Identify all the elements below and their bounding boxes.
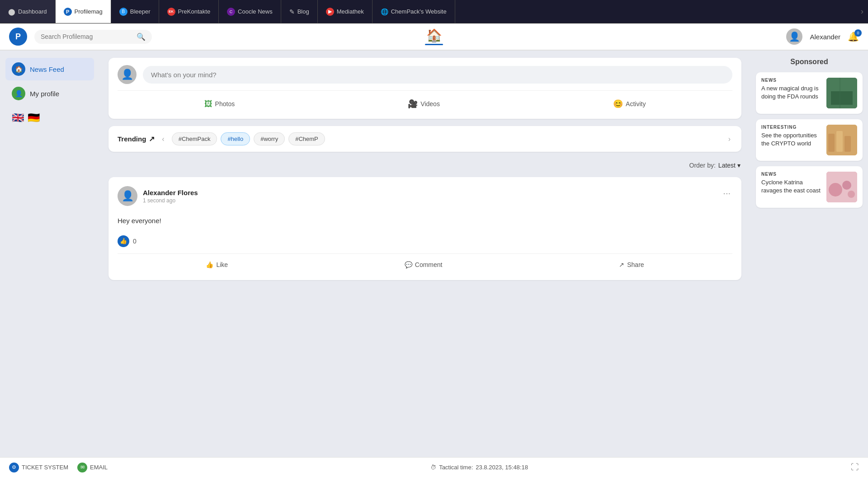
sponsored-category-1: INTERESTING	[761, 125, 822, 130]
composer-photos-button[interactable]: 🖼 Photos	[199, 96, 241, 112]
trending-tag-3[interactable]: #ChemP	[288, 132, 325, 145]
composer-activity-label: Activity	[626, 100, 646, 108]
search-input[interactable]	[41, 33, 133, 40]
nav-item-blog[interactable]: ✎ Blog	[281, 0, 318, 23]
post-menu-button[interactable]: ···	[721, 186, 732, 200]
trending-bar: Trending ↗ ‹ #ChemPack #hello #worry #Ch…	[108, 126, 741, 152]
nav-label-bleeper: Bleeper	[130, 8, 151, 15]
sponsored-image-1	[826, 125, 857, 155]
bleeper-icon: B	[119, 8, 127, 16]
header-right: 👤 Alexander 🔔 0	[786, 28, 859, 45]
search-icon: 🔍	[137, 33, 146, 41]
nav-item-profilemag[interactable]: P Profilemag	[56, 0, 111, 23]
share-label: Share	[627, 261, 644, 268]
like-label: Like	[216, 261, 228, 268]
activity-icon: 😊	[613, 99, 623, 109]
sponsored-image-0	[826, 78, 857, 108]
top-navigation: ⬤ Dashboard P Profilemag B Bleeper EK Pr…	[0, 0, 868, 23]
trending-tag-0[interactable]: #ChemPack	[172, 132, 217, 145]
comment-icon: 💬	[405, 261, 412, 268]
blog-icon: ✎	[289, 8, 295, 15]
trending-tag-2[interactable]: #worry	[254, 132, 285, 145]
chempack-icon: 🌐	[381, 8, 388, 15]
home-underline	[425, 44, 443, 45]
trending-next-button[interactable]: ›	[726, 133, 732, 145]
svg-rect-1	[831, 91, 853, 105]
coocle-icon: C	[227, 8, 235, 16]
composer-photos-label: Photos	[215, 100, 235, 108]
composer-videos-label: Videos	[420, 100, 440, 108]
nav-item-mediathek[interactable]: ▶ Mediathek	[318, 0, 373, 23]
app-logo: P	[9, 28, 27, 46]
tactical-time-display: ⏱ Tactical time: 23.8.2023, 15:48:18	[108, 464, 851, 471]
post-timestamp: 1 second ago	[143, 197, 198, 204]
prekontakte-icon: EK	[167, 8, 175, 16]
nav-item-bleeper[interactable]: B Bleeper	[111, 0, 159, 23]
nav-item-prekontakte[interactable]: EK PreKontakte	[159, 0, 219, 23]
sidebar: 🏠 News Feed 👤 My profile 🇬🇧 🇩🇪	[0, 51, 99, 457]
sponsored-category-2: NEWS	[761, 172, 822, 177]
like-thumb-icon: 👍	[118, 235, 129, 247]
composer-avatar: 👤	[118, 65, 137, 84]
comment-button[interactable]: 💬 Comment	[397, 258, 450, 271]
sponsored-desc-1: See the opportunities the CRYPTO world	[761, 131, 822, 148]
trending-prev-button[interactable]: ‹	[160, 133, 166, 145]
username-label: Alexander	[810, 33, 840, 41]
notifications-bell[interactable]: 🔔 0	[848, 31, 859, 42]
nav-item-dashboard[interactable]: ⬤ Dashboard	[0, 0, 56, 23]
bell-badge: 0	[854, 29, 862, 37]
email-label: EMAIL	[90, 464, 108, 471]
dashboard-icon: ⬤	[8, 8, 15, 15]
nav-label-prekontakte: PreKontakte	[178, 8, 211, 15]
trending-tags: #ChemPack #hello #worry #ChemP	[172, 132, 721, 145]
post-author-info: 👤 Alexander Flores 1 second ago	[118, 186, 198, 206]
nav-label-chempack: ChemPack's Website	[391, 8, 447, 15]
composer-videos-button[interactable]: 🎥 Videos	[402, 96, 445, 112]
email-icon: ✉	[77, 463, 87, 472]
like-button[interactable]: 👍 Like	[198, 258, 235, 271]
avatar[interactable]: 👤	[786, 28, 802, 45]
clock-icon: ⏱	[430, 464, 436, 471]
svg-rect-4	[828, 134, 835, 152]
sponsored-item-1[interactable]: INTERESTING See the opportunities the CR…	[756, 119, 863, 161]
svg-rect-5	[836, 131, 843, 152]
nav-item-chempack[interactable]: 🌐 ChemPack's Website	[373, 0, 455, 23]
sponsored-desc-0: A new magical drug is doing the FDA roun…	[761, 84, 822, 101]
sponsored-category-0: NEWS	[761, 78, 822, 83]
composer-input[interactable]	[143, 66, 732, 84]
videos-icon: 🎥	[408, 99, 418, 109]
sidebar-item-my-profile[interactable]: 👤 My profile	[5, 82, 94, 105]
nav-more-button[interactable]: ›	[861, 7, 868, 16]
sidebar-item-news-feed[interactable]: 🏠 News Feed	[5, 58, 94, 80]
sponsored-text-0: NEWS A new magical drug is doing the FDA…	[761, 78, 822, 101]
sponsored-title: Sponsored	[756, 58, 863, 66]
sponsored-image-2	[826, 172, 857, 202]
share-button[interactable]: ↗ Share	[612, 258, 651, 271]
profile-sidebar-icon: 👤	[12, 87, 25, 100]
svg-point-10	[848, 191, 855, 198]
composer-activity-button[interactable]: 😊 Activity	[608, 96, 651, 112]
home-icon[interactable]: 🏠	[426, 28, 442, 43]
language-flags: 🇬🇧 🇩🇪	[5, 107, 94, 129]
fullscreen-button[interactable]: ⛶	[851, 463, 859, 472]
sponsored-item-0[interactable]: NEWS A new magical drug is doing the FDA…	[756, 72, 863, 114]
sponsored-card-body-2: NEWS Cyclone Katrina ravages the east co…	[756, 166, 863, 208]
ticket-system-button[interactable]: ⚙ TICKET SYSTEM	[9, 463, 68, 472]
bottom-bar: ⚙ TICKET SYSTEM ✉ EMAIL ⏱ Tactical time:…	[0, 457, 868, 477]
order-bar: Order by: Latest ▾	[108, 159, 741, 172]
like-count: 0	[133, 238, 137, 245]
sponsored-text-2: NEWS Cyclone Katrina ravages the east co…	[761, 172, 822, 195]
flag-english[interactable]: 🇬🇧	[12, 112, 24, 124]
search-bar[interactable]: 🔍	[34, 30, 152, 44]
svg-point-8	[829, 183, 842, 196]
home-nav-center[interactable]: 🏠	[425, 28, 443, 45]
order-by-value[interactable]: Latest ▾	[718, 162, 741, 169]
nav-label-profilemag: Profilemag	[75, 8, 103, 15]
flag-german[interactable]: 🇩🇪	[28, 112, 40, 124]
ticket-icon: ⚙	[9, 463, 19, 472]
sponsored-item-2[interactable]: NEWS Cyclone Katrina ravages the east co…	[756, 166, 863, 208]
trending-tag-1[interactable]: #hello	[221, 132, 250, 145]
nav-item-coocle[interactable]: C Coocle News	[219, 0, 281, 23]
post-card: 👤 Alexander Flores 1 second ago ··· Hey …	[108, 177, 741, 280]
email-button[interactable]: ✉ EMAIL	[77, 463, 108, 472]
